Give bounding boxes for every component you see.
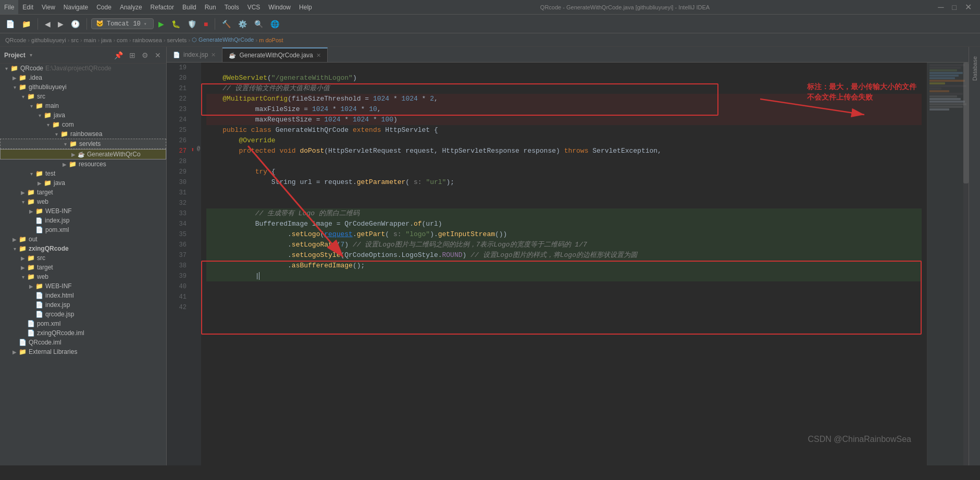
back-button[interactable]: ◀ xyxy=(42,18,53,30)
csdn-watermark: CSDN @ChinaRainbowSea xyxy=(808,434,911,445)
breadcrumb-java[interactable]: java xyxy=(101,37,111,43)
run-config-selector[interactable]: 🐱 Tomcat 10 ▾ xyxy=(91,18,154,29)
menu-tools[interactable]: Tools xyxy=(220,0,243,14)
recent-button[interactable]: 🕐 xyxy=(68,18,82,30)
breadcrumb-class[interactable]: ⬡ GenerateWithQrCode xyxy=(192,36,254,43)
folder-icon-zxing-target: 📁 xyxy=(27,264,35,271)
panel-pin-button[interactable]: 📌 xyxy=(113,50,124,60)
breadcrumb-qrcode[interactable]: QRcode xyxy=(5,37,26,43)
tab-close-generate[interactable]: ✕ xyxy=(316,52,321,59)
tree-arrow-main: ▾ xyxy=(27,103,35,109)
code-line-29: try { xyxy=(206,167,922,177)
panel-gear-button[interactable]: ⚙ xyxy=(141,50,150,60)
tree-zxing[interactable]: ▾ 📁 zxingQRcode xyxy=(0,244,166,253)
tree-test-java[interactable]: ▶ 📁 java xyxy=(0,178,166,188)
panel-close-button[interactable]: ✕ xyxy=(154,50,162,60)
tree-extlibs[interactable]: ▶ 📁 External Libraries xyxy=(0,347,166,356)
tree-github[interactable]: ▾ 📁 githubliuyueyi xyxy=(0,82,166,92)
side-tab-database[interactable]: Database xyxy=(970,52,979,85)
translate-button[interactable]: 🌐 xyxy=(268,18,282,30)
tree-com[interactable]: ▾ 📁 com xyxy=(0,120,166,129)
tree-servlets[interactable]: ▾ 📁 servlets xyxy=(0,139,166,149)
menu-code[interactable]: Code xyxy=(92,0,116,14)
run-config-name: Tomcat 10 xyxy=(107,20,141,28)
menu-vcs[interactable]: VCS xyxy=(243,0,265,14)
tree-qrcodejsp[interactable]: 📄 qrcode.jsp xyxy=(0,310,166,319)
tree-zxing-indexjsp[interactable]: 📄 index.jsp xyxy=(0,300,166,310)
linenum-40: 40 xyxy=(167,281,187,292)
panel-layout-button[interactable]: ⊞ xyxy=(128,50,137,60)
breadcrumb-githubliuyueyi[interactable]: githubliuyueyi xyxy=(31,37,66,43)
tree-zxing-webinf[interactable]: ▶ 📁 WEB-INF xyxy=(0,281,166,291)
tree-generate-file[interactable]: ▶ ☕ GenerateWithQrCo xyxy=(0,149,166,159)
menu-build[interactable]: Build xyxy=(178,0,201,14)
tree-indexhtml[interactable]: 📄 index.html xyxy=(0,291,166,300)
tab-index-jsp[interactable]: 📄 index.jsp ✕ xyxy=(167,47,222,62)
stop-button[interactable]: ■ xyxy=(201,18,210,30)
breadcrumb-src[interactable]: src xyxy=(71,37,79,43)
tree-zxing-target[interactable]: ▶ 📁 target xyxy=(0,263,166,272)
tree-resources[interactable]: ▶ 📁 resources xyxy=(0,159,166,169)
tree-label-zxing-pom: pom.xml xyxy=(37,320,60,327)
build-button[interactable]: 🔨 xyxy=(219,18,233,30)
run-config-chevron: ▾ xyxy=(144,21,147,27)
breadcrumb-sep8: › xyxy=(255,37,257,43)
code-content[interactable]: @WebServlet("/generateWithLogon") // 设置传… xyxy=(201,63,927,465)
tree-out[interactable]: ▶ 📁 out xyxy=(0,235,166,244)
menu-view[interactable]: View xyxy=(38,0,59,14)
close-button[interactable]: ✕ xyxy=(961,2,976,12)
tree-test[interactable]: ▾ 📁 test xyxy=(0,169,166,178)
breadcrumb-main[interactable]: main xyxy=(84,37,96,43)
folder-icon-webinf: 📁 xyxy=(35,207,43,215)
menu-help[interactable]: Help xyxy=(295,0,316,14)
search-button[interactable]: 🔍 xyxy=(252,18,266,30)
tree-zxing-web[interactable]: ▾ 📁 web xyxy=(0,272,166,281)
tree-root[interactable]: ▾ 📁 QRcode E:\Java\project\QRcode xyxy=(0,64,166,73)
tree-zxing-src[interactable]: ▶ 📁 src xyxy=(0,253,166,263)
project-panel-arrow[interactable]: ▾ xyxy=(30,52,32,58)
run-with-coverage[interactable]: 🛡️ xyxy=(185,18,199,30)
menu-file[interactable]: File xyxy=(0,0,18,14)
java-tab-icon: ☕ xyxy=(229,52,236,59)
tab-generatewithqrcode[interactable]: ☕ GenerateWithQrCode.java ✕ xyxy=(222,47,327,62)
tree-label-test: test xyxy=(45,170,55,177)
minimap-scrollbar[interactable] xyxy=(963,63,969,465)
maximize-button[interactable]: □ xyxy=(948,2,961,12)
menu-refactor[interactable]: Refactor xyxy=(146,0,178,14)
tree-zxing-pom[interactable]: 📄 pom.xml xyxy=(0,319,166,328)
menu-edit[interactable]: Edit xyxy=(18,0,38,14)
menu-window[interactable]: Window xyxy=(264,0,295,14)
tree-java[interactable]: ▾ 📁 java xyxy=(0,110,166,120)
breadcrumb-servlets[interactable]: servlets xyxy=(167,37,187,43)
tree-idea[interactable]: ▶ 📁 .idea xyxy=(0,73,166,82)
tab-close-indexjsp[interactable]: ✕ xyxy=(211,52,216,58)
tree-webinf[interactable]: ▶ 📁 WEB-INF xyxy=(0,206,166,216)
settings-button[interactable]: ⚙️ xyxy=(235,18,250,30)
forward-button[interactable]: ▶ xyxy=(55,18,66,30)
menu-navigate[interactable]: Navigate xyxy=(59,0,92,14)
tree-main[interactable]: ▾ 📁 main xyxy=(0,101,166,110)
tree-pomxml[interactable]: 📄 pom.xml xyxy=(0,225,166,235)
folder-icon-servlets: 📁 xyxy=(69,140,77,147)
run-button[interactable]: ▶ xyxy=(156,18,167,30)
window-title: QRcode - GenerateWithQrCode.java [github… xyxy=(316,4,934,10)
breadcrumb-rainbowsea[interactable]: rainbowsea xyxy=(133,37,162,43)
tree-src[interactable]: ▾ 📁 src xyxy=(0,92,166,101)
tree-zxingiml[interactable]: 📄 zxingQRcode.iml xyxy=(0,328,166,338)
debug-button[interactable]: 🐛 xyxy=(169,18,183,30)
menu-run[interactable]: Run xyxy=(201,0,220,14)
minimize-button[interactable]: ─ xyxy=(934,2,948,12)
tree-web[interactable]: ▾ 📁 web xyxy=(0,197,166,206)
new-file-button[interactable]: 📄 xyxy=(3,18,17,30)
linenum-21: 21 xyxy=(167,83,187,94)
tree-qrcodeiml[interactable]: 📄 QRcode.iml xyxy=(0,338,166,347)
tree-rainbowsea[interactable]: ▾ 📁 rainbowsea xyxy=(0,129,166,139)
tree-indexjsp[interactable]: 📄 index.jsp xyxy=(0,216,166,225)
open-button[interactable]: 📁 xyxy=(19,18,33,30)
menu-analyze[interactable]: Analyze xyxy=(116,0,146,14)
linenum-29: 29 xyxy=(167,167,187,177)
breadcrumb-com[interactable]: com xyxy=(117,37,128,43)
code-line-37: .setLogoStyle(QrCodeOptions.LogoStyle.RO… xyxy=(206,250,922,261)
tree-target[interactable]: ▶ 📁 target xyxy=(0,188,166,197)
breadcrumb-method[interactable]: m doPost xyxy=(259,37,283,43)
